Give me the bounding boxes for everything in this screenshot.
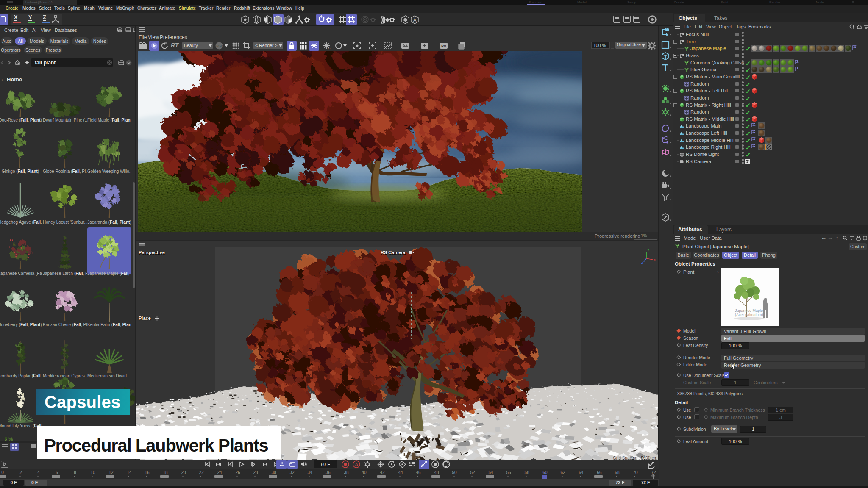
svg-text:A: A — [355, 462, 358, 467]
svg-text:X: X — [654, 258, 656, 262]
svg-text:Japanese Maple: Japanese Maple — [735, 308, 763, 313]
svg-text:Z: Z — [641, 261, 643, 265]
svg-text:G: G — [328, 47, 330, 50]
svg-text:PV: PV — [441, 44, 446, 48]
svg-text:RGB: RGB — [217, 44, 223, 47]
svg-text:Y: Y — [647, 248, 650, 252]
svg-text:A: A — [413, 17, 417, 22]
svg-text:(Acer palmatum): (Acer palmatum) — [735, 313, 763, 317]
